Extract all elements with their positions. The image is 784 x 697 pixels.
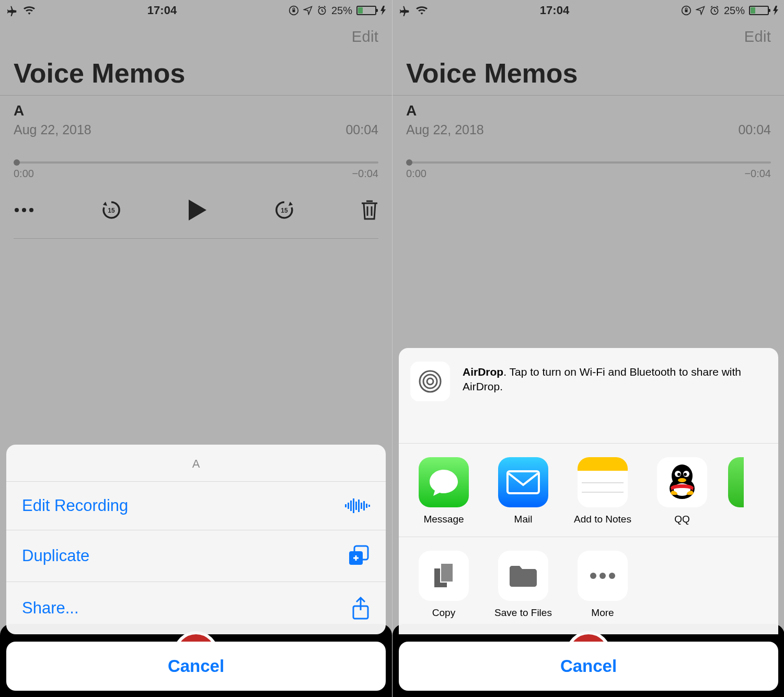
- edit-recording-option[interactable]: Edit Recording: [6, 481, 386, 530]
- copy-icon: [419, 551, 469, 601]
- svg-rect-9: [348, 503, 349, 509]
- share-sheet: AirDrop. Tap to turn on Wi-Fi and Blueto…: [399, 348, 778, 691]
- cancel-button[interactable]: Cancel: [399, 642, 778, 691]
- mail-icon: [498, 457, 548, 507]
- phone-right: 17:04 25% Edit Voice Memos A Aug 22, 201…: [393, 0, 784, 697]
- svg-rect-11: [353, 498, 354, 513]
- message-icon: [419, 457, 469, 507]
- share-app-message[interactable]: Message: [410, 457, 477, 525]
- cancel-button[interactable]: Cancel: [6, 642, 386, 691]
- action-save-files[interactable]: Save to Files: [490, 551, 557, 619]
- svg-point-38: [609, 573, 615, 579]
- svg-point-36: [590, 573, 596, 579]
- action-copy[interactable]: Copy: [410, 551, 477, 619]
- share-option[interactable]: Share...: [6, 582, 386, 634]
- svg-point-24: [427, 378, 433, 385]
- svg-point-34: [678, 478, 686, 482]
- svg-point-32: [677, 473, 681, 476]
- svg-rect-14: [361, 503, 362, 509]
- airdrop-row[interactable]: AirDrop. Tap to turn on Wi-Fi and Blueto…: [399, 348, 778, 412]
- duplicate-icon: [348, 545, 370, 567]
- svg-rect-15: [363, 501, 365, 510]
- svg-rect-17: [368, 505, 370, 507]
- svg-rect-13: [358, 499, 360, 512]
- phone-left: 17:04 25% Edit Voice Memos A Aug 22, 201…: [0, 0, 392, 697]
- share-app-notes[interactable]: Add to Notes: [569, 457, 636, 525]
- duplicate-option[interactable]: Duplicate: [6, 530, 386, 582]
- svg-rect-12: [355, 502, 357, 510]
- qq-icon: [657, 457, 707, 507]
- svg-point-37: [599, 573, 606, 579]
- share-icon: [351, 597, 370, 620]
- more-icon: [578, 551, 628, 601]
- share-apps-row: Message Mail Add to Notes QQ: [399, 444, 778, 537]
- share-app-qq[interactable]: QQ: [649, 457, 716, 525]
- sheet-title: A: [6, 445, 386, 481]
- notes-icon: [578, 457, 628, 507]
- svg-point-33: [684, 473, 687, 476]
- svg-point-25: [423, 375, 437, 388]
- share-actions-row: Copy Save to Files More: [399, 537, 778, 630]
- airdrop-icon: [410, 362, 450, 401]
- folder-icon: [498, 551, 548, 601]
- waveform-icon: [345, 497, 370, 514]
- svg-rect-10: [350, 501, 352, 511]
- share-app-next[interactable]: [728, 457, 744, 525]
- airdrop-text: AirDrop. Tap to turn on Wi-Fi and Blueto…: [463, 362, 767, 394]
- svg-rect-8: [345, 504, 347, 507]
- svg-rect-27: [508, 471, 539, 493]
- action-more[interactable]: More: [569, 551, 636, 619]
- svg-rect-16: [366, 504, 367, 508]
- action-sheet: A Edit Recording Duplicate Share... Canc…: [6, 445, 386, 691]
- share-app-mail[interactable]: Mail: [490, 457, 557, 525]
